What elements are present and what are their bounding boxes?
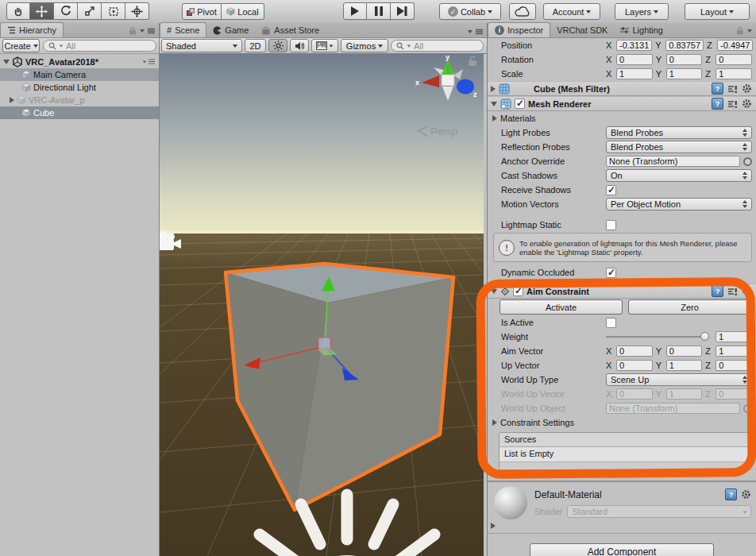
gizmos-dropdown[interactable]: Gizmos	[341, 39, 388, 52]
dynamic-occluded-checkbox[interactable]	[606, 268, 616, 278]
foldout-icon[interactable]	[491, 289, 497, 294]
tab-game[interactable]: Game	[206, 23, 255, 37]
scale-y-field[interactable]: 1	[666, 68, 703, 79]
gear-icon[interactable]	[742, 286, 752, 296]
hierarchy-item-directional-light[interactable]: Directional Light	[0, 81, 159, 94]
gear-icon[interactable]	[741, 489, 751, 500]
pivot-toggle-button[interactable]: Pivot	[182, 3, 222, 20]
hierarchy-item-cube[interactable]: Cube	[0, 106, 159, 119]
mesh-renderer-header[interactable]: Mesh Renderer ?	[488, 96, 756, 111]
panel-menu-lines-icon[interactable]	[148, 28, 155, 34]
preset-icon[interactable]	[727, 287, 738, 296]
rotation-x-field[interactable]: 0	[616, 54, 653, 65]
tab-hierarchy[interactable]: Hierarchy	[0, 22, 64, 37]
lock-icon[interactable]	[129, 26, 137, 35]
scene-search-input[interactable]: All	[391, 40, 484, 52]
preset-icon[interactable]	[727, 84, 738, 94]
gear-icon[interactable]	[742, 98, 752, 109]
aim-vector-x-field[interactable]: 0	[616, 346, 653, 357]
rect-tool-button[interactable]	[102, 2, 125, 20]
hierarchy-item-main-camera[interactable]: Main Camera	[0, 68, 159, 81]
sources-footer[interactable]	[499, 461, 750, 469]
foldout-icon[interactable]	[491, 86, 496, 92]
hierarchy-search-input[interactable]: All	[43, 40, 156, 52]
position-x-field[interactable]: -0.3131	[616, 40, 652, 51]
scene-viewport[interactable]: y x z Persp	[160, 53, 484, 556]
cast-shadows-dropdown[interactable]: On	[606, 169, 752, 182]
aim-constraint-header[interactable]: Aim Constraint ?	[488, 284, 756, 299]
lightmap-static-checkbox[interactable]	[606, 220, 616, 230]
materials-foldout[interactable]: Materials	[488, 111, 756, 125]
aim-constraint-enabled-checkbox[interactable]	[513, 286, 523, 296]
move-tool-button[interactable]	[30, 2, 54, 20]
panel-menu-lines-icon[interactable]	[476, 29, 483, 35]
up-vector-x-field[interactable]: 0	[616, 360, 653, 371]
world-up-type-dropdown[interactable]: Scene Up	[606, 373, 752, 386]
activate-button[interactable]: Activate	[499, 299, 623, 315]
mesh-filter-header[interactable]: Cube (Mesh Filter) ?	[488, 81, 756, 96]
scale-z-field[interactable]: 1	[716, 68, 752, 79]
weight-slider[interactable]	[606, 336, 709, 338]
zero-button[interactable]: Zero	[628, 299, 751, 315]
material-preview-foldout[interactable]	[491, 523, 496, 529]
material-preview-sphere[interactable]	[494, 486, 527, 519]
scene-root-row[interactable]: VRC_Avatar2018*	[0, 55, 159, 68]
scale-tool-button[interactable]	[78, 2, 102, 20]
play-button[interactable]	[343, 2, 367, 20]
foldout-icon[interactable]	[491, 102, 497, 106]
reflection-probes-dropdown[interactable]: Blend Probes	[606, 141, 752, 153]
layout-dropdown[interactable]: Layout	[685, 3, 750, 20]
local-toggle-button[interactable]: Local	[222, 3, 264, 20]
foldout-icon[interactable]	[3, 60, 10, 64]
mesh-renderer-enabled-checkbox[interactable]	[515, 98, 525, 109]
scale-x-field[interactable]: 1	[616, 68, 653, 79]
scene-lighting-toggle[interactable]	[268, 39, 287, 52]
cloud-button[interactable]	[509, 3, 536, 20]
aim-vector-y-field[interactable]: 0	[666, 346, 703, 357]
receive-shadows-checkbox[interactable]	[606, 185, 616, 195]
add-component-button[interactable]: Add Component	[530, 543, 714, 556]
scene-audio-toggle[interactable]	[290, 39, 309, 52]
collab-dropdown[interactable]: ✓ Collab	[439, 3, 501, 20]
layers-dropdown[interactable]: Layers	[615, 3, 669, 20]
lock-icon[interactable]	[736, 26, 744, 35]
pause-button[interactable]	[367, 2, 391, 20]
motion-vectors-dropdown[interactable]: Per Object Motion	[606, 198, 752, 210]
tab-asset-store[interactable]: Asset Store	[255, 23, 326, 37]
tab-vrchat-sdk[interactable]: VRChat SDK	[550, 23, 614, 37]
2d-toggle-button[interactable]: 2D	[245, 39, 266, 52]
aim-vector-z-field[interactable]: 1	[716, 346, 752, 357]
light-probes-dropdown[interactable]: Blend Probes	[606, 126, 752, 139]
step-button[interactable]	[391, 2, 415, 20]
help-icon[interactable]: ?	[712, 285, 723, 297]
hand-tool-button[interactable]	[6, 2, 30, 20]
hierarchy-item-vrc-avatar[interactable]: VRC-Avatar_p	[0, 94, 159, 106]
constraint-settings-foldout[interactable]: Constraint Settings	[488, 415, 756, 430]
anchor-override-object-field[interactable]: None (Transform)	[606, 156, 740, 167]
shading-mode-dropdown[interactable]: Shaded	[161, 39, 242, 52]
rotation-z-field[interactable]: 0	[716, 54, 752, 65]
scene-effects-dropdown[interactable]	[311, 39, 338, 52]
weight-field[interactable]: 1	[716, 331, 752, 342]
position-z-field[interactable]: -0.4947	[717, 40, 753, 51]
slider-knob[interactable]	[700, 332, 709, 341]
help-icon[interactable]: ?	[712, 98, 723, 110]
panel-menu-icon[interactable]	[747, 29, 752, 33]
foldout-icon[interactable]	[10, 97, 14, 103]
is-active-checkbox[interactable]	[606, 318, 616, 328]
object-picker-icon[interactable]	[743, 157, 752, 166]
gear-icon[interactable]	[742, 83, 752, 94]
panel-menu-icon[interactable]	[468, 30, 472, 33]
preset-icon[interactable]	[727, 99, 738, 109]
scene-context-menu-icon[interactable]	[142, 59, 155, 64]
up-vector-y-field[interactable]: 1	[666, 360, 703, 371]
position-y-field[interactable]: 0.83757	[665, 40, 704, 51]
rotate-tool-button[interactable]	[54, 2, 78, 20]
help-icon[interactable]: ?	[712, 83, 723, 95]
account-dropdown[interactable]: Account	[543, 3, 600, 20]
panel-menu-icon[interactable]	[140, 29, 145, 33]
transform-tool-button[interactable]	[125, 2, 149, 20]
tab-inspector[interactable]: i Inspector	[488, 22, 550, 37]
rotation-y-field[interactable]: 0	[666, 54, 703, 65]
tab-lighting[interactable]: Lighting	[614, 23, 669, 37]
